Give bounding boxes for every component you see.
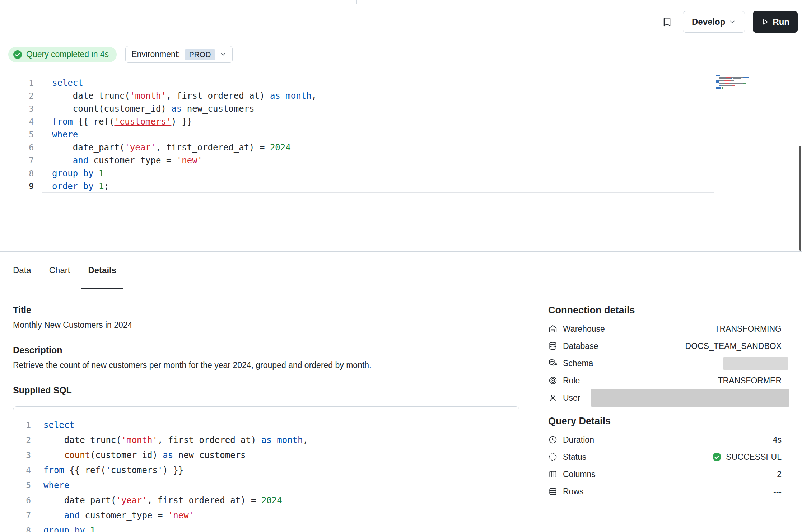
environment-selector[interactable]: Environment: PROD — [125, 46, 233, 63]
minimap-token — [729, 83, 743, 84]
minimap-token — [716, 88, 721, 89]
row-value: 2 — [777, 470, 782, 479]
minimap-token — [726, 77, 731, 78]
token-pl: customer_type = — [88, 155, 177, 165]
code-line-4: 4from {{ ref('customers') }} — [18, 463, 519, 478]
token-pl: {{ ref( — [64, 465, 106, 475]
value-text: DOCS_TEAM_SANDBOX — [685, 341, 782, 351]
line-number: 7 — [9, 154, 34, 167]
code-line-4[interactable]: 4from {{ ref('customers') }} — [0, 115, 802, 128]
value-text: 2 — [777, 470, 782, 479]
token-pl: (customer_id) — [90, 450, 163, 460]
tab-chart[interactable]: Chart — [42, 252, 78, 289]
token-num: 1 — [99, 181, 104, 191]
code-line-5[interactable]: 5where — [0, 128, 802, 141]
code-line-2[interactable]: 2 date_trunc('month', first_ordered_at) … — [0, 89, 802, 102]
token-pl: date_trunc( — [52, 91, 130, 101]
token-num: 2024 — [270, 143, 291, 153]
code-line-5: 5where — [18, 478, 519, 493]
tab-separator — [356, 0, 357, 4]
minimap-line — [716, 83, 752, 84]
token-kw: select — [52, 78, 83, 88]
value-text: SUCCESSFUL — [726, 452, 782, 462]
minimap-token — [724, 80, 731, 81]
token-kw: group by — [43, 526, 85, 532]
row-label: Warehouse — [563, 324, 605, 334]
minimap-token — [719, 78, 722, 79]
minimap-token — [743, 83, 746, 84]
row-label: Schema — [563, 359, 593, 368]
editor-code-lines: 1select2 date_trunc('month', first_order… — [0, 73, 802, 193]
detail-row-rows: Rows--- — [548, 483, 782, 500]
description-heading: Description — [13, 345, 519, 355]
code-text: where — [52, 128, 78, 141]
code-line-8[interactable]: 8group by 1 — [0, 167, 802, 180]
detail-row-status: StatusSUCCESSFUL — [548, 448, 782, 466]
tab-edge — [0, 0, 75, 0]
code-text: select — [43, 417, 75, 433]
code-text: where — [43, 478, 69, 493]
code-line-9[interactable]: 9order by 1; — [0, 180, 802, 193]
row-value: SUCCESSFUL — [712, 452, 782, 462]
code-line-3[interactable]: 3 count(customer_id) as new_customers — [0, 102, 802, 115]
code-text: group by 1 — [43, 523, 95, 532]
minimap-line — [716, 75, 752, 76]
token-pl — [43, 450, 64, 460]
line-number: 9 — [9, 180, 34, 193]
minimap-token — [745, 77, 749, 78]
code-line-7[interactable]: 7 and customer_type = 'new' — [0, 154, 802, 167]
minimap-token — [732, 85, 735, 86]
minimap-line — [716, 81, 752, 83]
browser-tab-strip — [0, 0, 802, 4]
code-text: select — [52, 76, 83, 89]
line-number: 2 — [18, 433, 31, 448]
details-content: Title Monthly New Customers in 2024 Desc… — [0, 289, 802, 532]
editor-minimap[interactable] — [716, 75, 752, 90]
value-text: TRANSFORMER — [718, 376, 782, 386]
app-header: Develop Run — [0, 4, 802, 39]
token-pl: new_customers — [173, 450, 246, 460]
tab-edge — [531, 0, 802, 0]
token-kw: group by — [52, 168, 94, 178]
page-scrollbar-thumb[interactable] — [799, 146, 801, 251]
code-line-3: 3 count(customer_id) as new_customers — [18, 448, 519, 463]
line-number: 3 — [9, 102, 34, 115]
token-kw: month — [277, 435, 303, 445]
minimap-token — [719, 80, 724, 81]
sql-editor[interactable]: 1select2 date_trunc('month', first_order… — [0, 73, 802, 252]
row-label: Database — [563, 341, 598, 351]
code-line-2: 2 date_trunc('month', first_ordered_at) … — [18, 433, 519, 448]
minimap-line — [716, 85, 752, 86]
token-num: 1 — [90, 526, 95, 532]
minimap-token — [716, 81, 719, 83]
rows-icon — [548, 487, 558, 496]
token-kw: and — [64, 510, 80, 521]
token-pl: , first_ordered_at) — [166, 91, 270, 101]
token-kw: as — [270, 91, 280, 101]
minimap-token — [716, 75, 720, 76]
code-text: count(customer_id) as new_customers — [52, 102, 255, 115]
run-button[interactable]: Run — [753, 11, 798, 33]
code-line-1[interactable]: 1select — [0, 76, 802, 89]
title-heading: Title — [13, 305, 519, 315]
line-number: 8 — [18, 523, 31, 532]
token-kw: from — [52, 117, 73, 127]
token-pl: ) }} — [163, 465, 183, 475]
query-details-heading: Query Details — [548, 416, 782, 427]
token-pl: date_part( — [52, 143, 125, 153]
code-line-6[interactable]: 6 date_part('year', first_ordered_at) = … — [0, 141, 802, 154]
columns-icon — [548, 470, 558, 479]
code-text: from {{ ref('customers') }} — [43, 463, 183, 478]
token-pl — [280, 91, 285, 101]
value-text: TRANSFORMING — [714, 324, 782, 334]
bookmark-button[interactable] — [659, 14, 675, 30]
tab-details[interactable]: Details — [81, 252, 123, 289]
develop-menu-button[interactable]: Develop — [683, 11, 745, 33]
check-circle-icon — [712, 452, 722, 462]
code-text: date_part('year', first_ordered_at) = 20… — [43, 493, 282, 508]
tab-data[interactable]: Data — [6, 252, 38, 289]
query-status-text: Query completed in 4s — [26, 50, 109, 59]
minimap-line — [716, 88, 752, 89]
minimap-token — [723, 88, 723, 89]
connection-details-rows: WarehouseTRANSFORMINGDatabaseDOCS_TEAM_S… — [548, 320, 782, 406]
